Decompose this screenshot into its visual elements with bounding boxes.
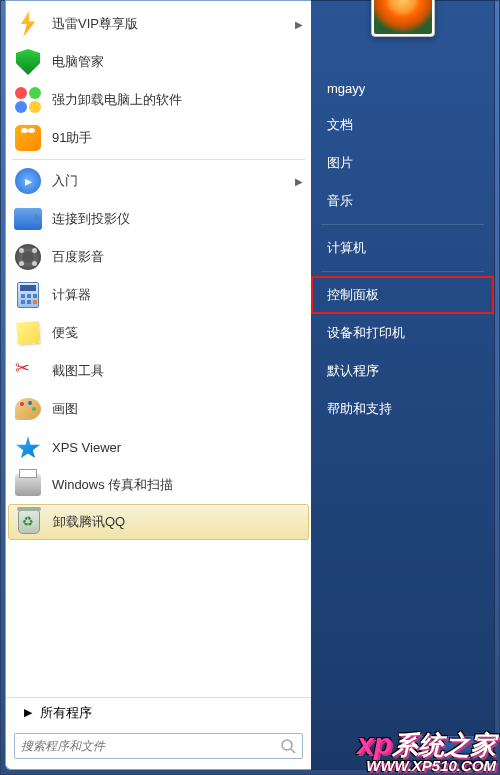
avatar-image <box>374 0 432 34</box>
program-list: 迅雷VIP尊享版 ▶ 电脑管家 强力卸载电脑上的软件 91助手 ▸ 入门 ▶ <box>6 5 311 697</box>
film-reel-icon <box>14 243 42 271</box>
program-xunlei[interactable]: 迅雷VIP尊享版 ▶ <box>6 5 311 43</box>
recycle-bin-icon <box>15 508 43 536</box>
program-label: 画图 <box>52 400 303 418</box>
search-input[interactable] <box>21 739 280 753</box>
program-label: 计算器 <box>52 286 303 304</box>
divider <box>12 159 305 160</box>
separator <box>321 271 484 272</box>
program-91[interactable]: 91助手 <box>6 119 311 157</box>
separator <box>321 224 484 225</box>
program-label: 电脑管家 <box>52 53 303 71</box>
right-panel: mgayy 文档 图片 音乐 计算机 控制面板 设备和打印机 默认程序 帮助和支… <box>311 0 495 770</box>
pictures-item[interactable]: 图片 <box>311 144 494 182</box>
documents-item[interactable]: 文档 <box>311 106 494 144</box>
calculator-icon <box>14 281 42 309</box>
program-label: 91助手 <box>52 129 303 147</box>
all-programs-button[interactable]: ▶ 所有程序 <box>6 697 311 727</box>
program-label: 截图工具 <box>52 362 303 380</box>
help-support-item[interactable]: 帮助和支持 <box>311 390 494 428</box>
all-programs-label: 所有程序 <box>40 704 92 722</box>
music-item[interactable]: 音乐 <box>311 182 494 220</box>
devices-printers-item[interactable]: 设备和打印机 <box>311 314 494 352</box>
xps-icon <box>14 433 42 461</box>
sticky-notes-icon <box>14 319 42 347</box>
start-menu: 迅雷VIP尊享版 ▶ 电脑管家 强力卸载电脑上的软件 91助手 ▸ 入门 ▶ <box>5 0 495 770</box>
app-91-icon <box>14 124 42 152</box>
arrow-right-icon: ▶ <box>24 706 32 719</box>
watermark-url: WWW.XP510.COM <box>357 759 496 773</box>
paint-palette-icon <box>14 395 42 423</box>
program-label: 强力卸载电脑上的软件 <box>52 91 303 109</box>
program-getting-started[interactable]: ▸ 入门 ▶ <box>6 162 311 200</box>
svg-line-1 <box>291 749 295 753</box>
program-xps-viewer[interactable]: XPS Viewer <box>6 428 311 466</box>
program-uninstall[interactable]: 强力卸载电脑上的软件 <box>6 81 311 119</box>
program-pc-manager[interactable]: 电脑管家 <box>6 43 311 81</box>
program-label: 迅雷VIP尊享版 <box>52 15 295 33</box>
program-label: 卸载腾讯QQ <box>53 513 302 531</box>
program-projector[interactable]: 连接到投影仪 <box>6 200 311 238</box>
watermark: xp系统之家 WWW.XP510.COM <box>357 730 496 773</box>
program-sticky-notes[interactable]: 便笺 <box>6 314 311 352</box>
getting-started-icon: ▸ <box>14 167 42 195</box>
scissors-icon <box>14 357 42 385</box>
svg-point-0 <box>282 740 292 750</box>
user-avatar[interactable] <box>371 0 435 37</box>
program-label: 连接到投影仪 <box>52 210 303 228</box>
program-uninstall-qq[interactable]: 卸载腾讯QQ <box>8 504 309 540</box>
default-programs-item[interactable]: 默认程序 <box>311 352 494 390</box>
program-baidu-player[interactable]: 百度影音 <box>6 238 311 276</box>
program-paint[interactable]: 画图 <box>6 390 311 428</box>
control-panel-item[interactable]: 控制面板 <box>311 276 494 314</box>
search-box[interactable] <box>14 733 303 759</box>
thunder-icon <box>14 10 42 38</box>
program-label: 百度影音 <box>52 248 303 266</box>
computer-item[interactable]: 计算机 <box>311 229 494 267</box>
submenu-arrow-icon: ▶ <box>295 19 303 30</box>
watermark-text: 系统之家 <box>392 730 496 760</box>
fax-icon <box>14 471 42 499</box>
submenu-arrow-icon: ▶ <box>295 176 303 187</box>
program-label: Windows 传真和扫描 <box>52 476 303 494</box>
program-snipping-tool[interactable]: 截图工具 <box>6 352 311 390</box>
program-label: XPS Viewer <box>52 440 303 455</box>
watermark-prefix: xp <box>357 727 392 760</box>
projector-icon <box>14 205 42 233</box>
program-calculator[interactable]: 计算器 <box>6 276 311 314</box>
clover-icon <box>14 86 42 114</box>
user-name-item[interactable]: mgayy <box>311 71 494 106</box>
shield-icon <box>14 48 42 76</box>
left-panel: 迅雷VIP尊享版 ▶ 电脑管家 强力卸载电脑上的软件 91助手 ▸ 入门 ▶ <box>5 0 311 770</box>
program-label: 入门 <box>52 172 295 190</box>
program-fax-scan[interactable]: Windows 传真和扫描 <box>6 466 311 504</box>
search-icon <box>280 738 296 754</box>
program-label: 便笺 <box>52 324 303 342</box>
